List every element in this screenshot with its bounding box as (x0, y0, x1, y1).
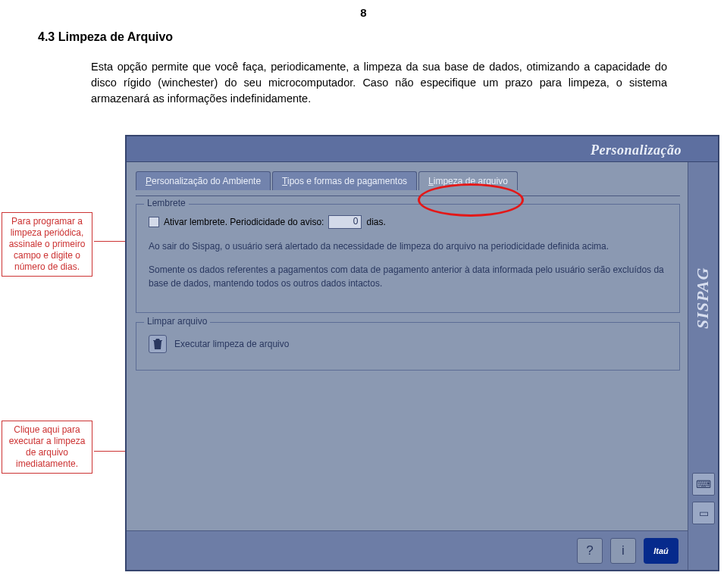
execute-button-label: Executar limpeza de arquivo (174, 339, 289, 349)
checkbox-label: Ativar lembrete. Periodicidade do aviso: (164, 217, 324, 227)
fieldset-legend: Limpar arquivo (144, 316, 210, 327)
keyboard-icon: ⌨ (693, 474, 714, 495)
reminder-description: Ao sair do Sispag, o usuário será alerta… (149, 239, 667, 291)
sidebar-right: SISPAG ⌨ ▭ (688, 162, 718, 570)
tab-content: Lembrete Ativar lembrete. Periodicidade … (136, 195, 680, 520)
itau-logo: Itaú (644, 538, 678, 564)
page-number: 8 (360, 6, 366, 19)
tab-label: Limpeza de arquivo (428, 176, 508, 186)
app-header: Personalização (127, 136, 718, 162)
tab-limpeza-arquivo[interactable]: Limpeza de arquivo (418, 171, 518, 190)
help-button[interactable]: ? (577, 538, 603, 564)
execute-cleanup-button[interactable]: Executar limpeza de arquivo (149, 333, 667, 355)
checkbox-ativar-lembrete[interactable] (149, 217, 159, 227)
fieldset-lembrete: Lembrete Ativar lembrete. Periodicidade … (136, 204, 680, 313)
days-suffix-label: dias. (366, 217, 385, 227)
desc-paragraph: Somente os dados referentes a pagamentos… (149, 263, 667, 291)
screen-icon: ▭ (693, 502, 714, 524)
app-body: Personalização do Ambiente Tipos e forma… (127, 162, 718, 570)
app-window: Personalização Personalização do Ambient… (125, 135, 719, 571)
app-header-title: Personalização (591, 142, 682, 158)
section-title: 4.3 Limpeza de Arquivo (38, 30, 173, 44)
callout-execute-cleanup: Clique aqui para executar a limpeza de a… (2, 421, 92, 474)
tab-label: Personalização do Ambiente (146, 176, 261, 186)
tab-personalizacao-ambiente[interactable]: Personalização do Ambiente (136, 171, 271, 190)
callout-program-cleanup: Para programar a limpeza periódica, assi… (2, 212, 92, 277)
tab-strip: Personalização do Ambiente Tipos e forma… (127, 162, 718, 190)
fieldset-legend: Lembrete (144, 198, 189, 208)
fieldset-limpar-arquivo: Limpar arquivo Executar limpeza de arqui… (136, 322, 680, 371)
trash-icon (149, 335, 167, 353)
sidebar-tool-button[interactable]: ⌨ (692, 473, 715, 496)
tab-label: Tipos e formas de pagamentos (282, 176, 407, 186)
sidebar-tool-button[interactable]: ▭ (692, 502, 715, 524)
reminder-row: Ativar lembrete. Periodicidade do aviso:… (149, 215, 667, 229)
info-button[interactable]: i (610, 538, 636, 564)
input-periodicidade-dias[interactable]: 0 (328, 215, 362, 229)
bottom-bar: ? i Itaú (127, 530, 688, 570)
info-icon: i (622, 543, 625, 558)
help-icon: ? (586, 543, 593, 558)
tab-tipos-formas-pagamento[interactable]: Tipos e formas de pagamentos (272, 171, 417, 190)
intro-paragraph: Esta opção permite que você faça, period… (91, 59, 667, 107)
sidebar-brand-label: SISPAG (693, 267, 713, 329)
desc-paragraph: Ao sair do Sispag, o usuário será alerta… (149, 239, 667, 254)
